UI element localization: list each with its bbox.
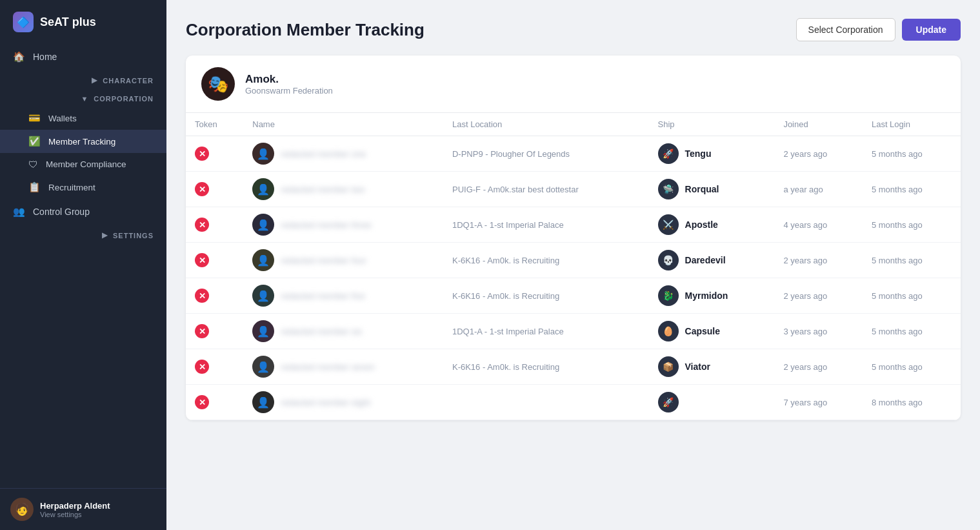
joined-cell: 4 years ago bbox=[774, 207, 863, 243]
members-table: Token Name Last Location Ship Joined Las… bbox=[186, 113, 961, 420]
member-avatar: 👤 bbox=[252, 178, 274, 200]
sidebar-item-member-tracking[interactable]: ✅ Member Tracking bbox=[0, 130, 166, 153]
token-status-icon: ✕ bbox=[195, 147, 209, 161]
corp-info: Amok. Goonswarm Federation bbox=[245, 73, 333, 96]
last-login-time: 8 months ago bbox=[872, 398, 923, 407]
joined-time: 2 years ago bbox=[783, 149, 827, 159]
token-cell: ✕ bbox=[186, 172, 243, 207]
chevron-icon: ▶ bbox=[92, 76, 97, 85]
ship-cell: 📦 Viator bbox=[649, 349, 775, 385]
last-login-cell: 5 months ago bbox=[863, 349, 961, 385]
wallets-label: Wallets bbox=[48, 114, 77, 123]
ship-avatar: 💀 bbox=[658, 250, 679, 270]
ship-avatar: ⚔️ bbox=[658, 214, 679, 235]
ship-name: Myrmidon bbox=[685, 290, 728, 301]
ship-avatar: 🛸 bbox=[658, 179, 679, 199]
app-logo: 🔷 SeAT plus bbox=[0, 0, 166, 44]
member-avatar: 👤 bbox=[252, 320, 274, 342]
last-login-cell: 5 months ago bbox=[863, 136, 961, 172]
joined-cell: 2 years ago bbox=[774, 243, 863, 278]
location-cell: PUIG-F - Am0k.star best dottestar bbox=[443, 172, 649, 207]
member-avatar: 👤 bbox=[252, 285, 274, 307]
ship-name: Rorqual bbox=[685, 184, 719, 194]
member-tracking-icon: ✅ bbox=[28, 136, 41, 147]
corp-alliance: Goonswarm Federation bbox=[245, 86, 333, 96]
table-head: Token Name Last Location Ship Joined Las… bbox=[186, 113, 961, 136]
settings-section[interactable]: ▶ SETTINGS bbox=[0, 225, 166, 243]
page-title: Corporation Member Tracking bbox=[186, 20, 425, 40]
table-row: ✕ 👤 redacted member seven K-6K16 - Am0k.… bbox=[186, 349, 961, 385]
member-name: redacted member eight bbox=[281, 398, 370, 407]
corporation-section-label: CORPORATION bbox=[94, 95, 154, 103]
settings-chevron-icon: ▶ bbox=[102, 231, 108, 240]
home-label: Home bbox=[33, 52, 57, 62]
member-name: redacted member five bbox=[281, 291, 365, 301]
table-row: ✕ 👤 redacted member three 1DQ1-A - 1-st … bbox=[186, 207, 961, 243]
ship-avatar: 🚀 bbox=[658, 392, 679, 413]
table-row: ✕ 👤 redacted member two PUIG-F - Am0k.st… bbox=[186, 172, 961, 207]
member-avatar: 👤 bbox=[252, 143, 274, 165]
name-cell: 👤 redacted member four bbox=[243, 243, 443, 278]
token-status-icon: ✕ bbox=[195, 253, 209, 267]
col-joined: Joined bbox=[774, 113, 863, 136]
sidebar-item-control-group[interactable]: 👥 Control Group bbox=[0, 199, 166, 225]
last-login-time: 5 months ago bbox=[872, 362, 923, 372]
name-cell: 👤 redacted member six bbox=[243, 314, 443, 349]
ship-name: Viator bbox=[685, 362, 710, 372]
sidebar-item-member-compliance[interactable]: 🛡 Member Compliance bbox=[0, 153, 166, 176]
view-settings-link[interactable]: View settings bbox=[40, 511, 110, 518]
joined-cell: 3 years ago bbox=[774, 314, 863, 349]
location-cell bbox=[443, 385, 649, 420]
member-avatar: 👤 bbox=[252, 356, 274, 378]
last-login-time: 5 months ago bbox=[872, 149, 923, 159]
ship-cell: 🛸 Rorqual bbox=[649, 172, 775, 207]
sidebar: 🔷 SeAT plus 🏠 Home ▶ CHARACTER ▼ CORPORA… bbox=[0, 0, 166, 530]
token-cell: ✕ bbox=[186, 207, 243, 243]
ship-cell: ⚔️ Apostle bbox=[649, 207, 775, 243]
logo-icon: 🔷 bbox=[13, 12, 34, 32]
ship-name: Tengu bbox=[685, 148, 712, 159]
last-location: K-6K16 - Am0k. is Recruiting bbox=[452, 256, 559, 265]
corporation-section[interactable]: ▼ CORPORATION bbox=[0, 88, 166, 107]
joined-time: 4 years ago bbox=[783, 220, 827, 230]
last-location: K-6K16 - Am0k. is Recruiting bbox=[452, 291, 559, 301]
update-button[interactable]: Update bbox=[902, 19, 961, 41]
member-name: redacted member one bbox=[281, 149, 366, 159]
user-footer[interactable]: 🧑 Herpaderp Aldent View settings bbox=[0, 488, 166, 530]
last-login-cell: 5 months ago bbox=[863, 278, 961, 314]
token-status-icon: ✕ bbox=[195, 324, 209, 338]
token-status-icon: ✕ bbox=[195, 360, 209, 374]
ship-cell: 🚀 bbox=[649, 385, 775, 420]
member-name: redacted member four bbox=[281, 256, 366, 265]
sidebar-item-wallets[interactable]: 💳 Wallets bbox=[0, 107, 166, 130]
character-section[interactable]: ▶ CHARACTER bbox=[0, 70, 166, 88]
token-status-icon: ✕ bbox=[195, 395, 209, 409]
member-avatar: 👤 bbox=[252, 214, 274, 236]
ship-avatar: 🐉 bbox=[658, 285, 679, 306]
tracking-card: 🎭 Amok. Goonswarm Federation Token Name … bbox=[186, 56, 961, 420]
ship-cell: 🚀 Tengu bbox=[649, 136, 775, 172]
sidebar-item-recruitment[interactable]: 📋 Recruitment bbox=[0, 176, 166, 199]
name-cell: 👤 redacted member two bbox=[243, 172, 443, 207]
token-cell: ✕ bbox=[186, 314, 243, 349]
ship-name: Capsule bbox=[685, 326, 720, 336]
table-row: ✕ 👤 redacted member four K-6K16 - Am0k. … bbox=[186, 243, 961, 278]
member-name: redacted member two bbox=[281, 185, 365, 194]
last-login-time: 5 months ago bbox=[872, 291, 923, 301]
last-login-cell: 5 months ago bbox=[863, 207, 961, 243]
control-group-icon: 👥 bbox=[13, 206, 25, 218]
token-status-icon: ✕ bbox=[195, 182, 209, 196]
token-cell: ✕ bbox=[186, 278, 243, 314]
corp-name: Amok. bbox=[245, 73, 333, 86]
member-compliance-label: Member Compliance bbox=[46, 159, 126, 169]
last-location: PUIG-F - Am0k.star best dottestar bbox=[452, 185, 579, 194]
select-corporation-button[interactable]: Select Corporation bbox=[796, 18, 895, 41]
token-status-icon: ✕ bbox=[195, 218, 209, 232]
table-row: ✕ 👤 redacted member one D-PNP9 - Ploughe… bbox=[186, 136, 961, 172]
sidebar-item-home[interactable]: 🏠 Home bbox=[0, 44, 166, 70]
col-ship: Ship bbox=[649, 113, 775, 136]
wallets-icon: 💳 bbox=[28, 112, 41, 124]
joined-time: 2 years ago bbox=[783, 256, 827, 265]
col-last-location: Last Location bbox=[443, 113, 649, 136]
token-cell: ✕ bbox=[186, 243, 243, 278]
